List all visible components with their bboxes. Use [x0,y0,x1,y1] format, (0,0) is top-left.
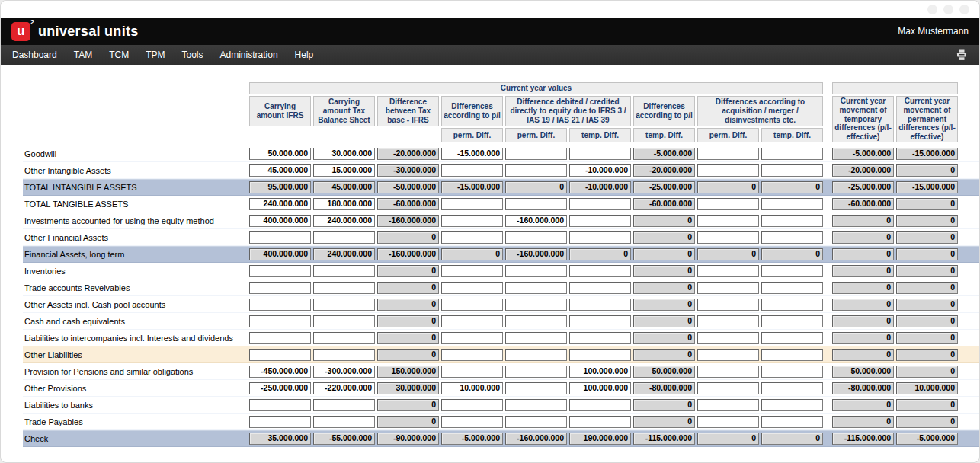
input-cell[interactable] [249,282,311,294]
input-cell[interactable] [441,332,503,344]
input-cell[interactable] [313,265,375,277]
input-cell[interactable]: -220.000.000 [313,382,375,394]
input-cell[interactable] [505,366,567,378]
input-cell[interactable]: -15.000.000 [441,148,503,160]
input-cell[interactable] [697,349,759,361]
input-cell[interactable] [505,265,567,277]
input-cell[interactable] [249,416,311,428]
input-cell[interactable] [441,265,503,277]
input-cell[interactable] [697,382,759,394]
input-cell[interactable]: -10.000.000 [569,164,631,177]
input-cell[interactable] [697,315,759,327]
input-cell[interactable] [697,366,759,378]
input-cell[interactable] [313,399,375,411]
input-cell[interactable]: 45.000.000 [249,164,311,177]
nav-item[interactable]: Administration [212,49,287,60]
input-cell[interactable] [569,282,631,294]
window-control-dot[interactable] [943,5,953,14]
input-cell[interactable] [761,164,823,177]
input-cell[interactable] [505,349,567,361]
input-cell[interactable]: 100.000.000 [569,382,631,394]
input-cell[interactable] [569,416,631,428]
input-cell[interactable] [441,315,503,327]
input-cell[interactable] [569,315,631,327]
print-button[interactable] [952,48,972,62]
input-cell[interactable] [569,215,631,227]
input-cell[interactable] [697,265,759,277]
input-cell[interactable] [441,416,503,428]
input-cell[interactable] [249,315,311,327]
input-cell[interactable] [697,399,759,411]
input-cell[interactable] [761,265,823,277]
input-cell[interactable]: -250.000.000 [249,382,311,394]
input-cell[interactable] [697,299,759,311]
input-cell[interactable] [505,382,567,394]
input-cell[interactable] [761,349,823,361]
nav-item[interactable]: TPM [137,49,173,60]
input-cell[interactable] [569,232,631,244]
input-cell[interactable] [505,315,567,327]
input-cell[interactable] [505,164,567,177]
input-cell[interactable]: 100.000.000 [569,366,631,378]
input-cell[interactable] [505,299,567,311]
input-cell[interactable] [249,232,311,244]
input-cell[interactable] [697,416,759,428]
input-cell[interactable]: 240.000.000 [313,215,375,227]
input-cell[interactable]: 240.000.000 [249,198,311,210]
input-cell[interactable] [761,148,823,160]
input-cell[interactable] [313,332,375,344]
input-cell[interactable] [761,399,823,411]
input-cell[interactable] [505,232,567,244]
input-cell[interactable] [441,282,503,294]
input-cell[interactable] [697,148,759,160]
input-cell[interactable] [569,349,631,361]
input-cell[interactable] [249,299,311,311]
input-cell[interactable] [569,265,631,277]
input-cell[interactable] [697,164,759,177]
nav-item[interactable]: TCM [101,49,137,60]
input-cell[interactable]: -160.000.000 [505,215,567,227]
input-cell[interactable] [441,399,503,411]
input-cell[interactable]: 50.000.000 [249,148,311,160]
input-cell[interactable] [761,282,823,294]
input-cell[interactable] [249,349,311,361]
input-cell[interactable] [441,164,503,177]
input-cell[interactable] [697,282,759,294]
input-cell[interactable] [761,232,823,244]
nav-item[interactable]: Tools [174,49,212,60]
input-cell[interactable] [697,198,759,210]
input-cell[interactable] [569,299,631,311]
input-cell[interactable] [761,382,823,394]
input-cell[interactable]: 400.000.000 [249,215,311,227]
input-cell[interactable]: 10.000.000 [441,382,503,394]
input-cell[interactable] [505,399,567,411]
input-cell[interactable] [441,366,503,378]
input-cell[interactable] [249,332,311,344]
input-cell[interactable]: -450.000.000 [249,366,311,378]
input-cell[interactable] [505,332,567,344]
nav-item[interactable]: Help [287,49,322,60]
nav-item[interactable]: TAM [66,49,101,60]
input-cell[interactable] [697,215,759,227]
input-cell[interactable] [249,399,311,411]
input-cell[interactable] [441,349,503,361]
input-cell[interactable] [313,315,375,327]
input-cell[interactable] [761,416,823,428]
input-cell[interactable]: 180.000.000 [313,198,375,210]
input-cell[interactable] [313,349,375,361]
input-cell[interactable] [441,198,503,210]
input-cell[interactable] [761,215,823,227]
window-control-dot[interactable] [927,5,937,14]
input-cell[interactable] [441,232,503,244]
input-cell[interactable] [505,416,567,428]
input-cell[interactable]: 30.000.000 [313,148,375,160]
input-cell[interactable] [761,299,823,311]
input-cell[interactable] [313,282,375,294]
input-cell[interactable] [569,198,631,210]
input-cell[interactable] [569,148,631,160]
input-cell[interactable] [441,299,503,311]
input-cell[interactable] [441,215,503,227]
input-cell[interactable] [313,416,375,428]
input-cell[interactable] [569,332,631,344]
window-control-dot[interactable] [959,5,969,14]
